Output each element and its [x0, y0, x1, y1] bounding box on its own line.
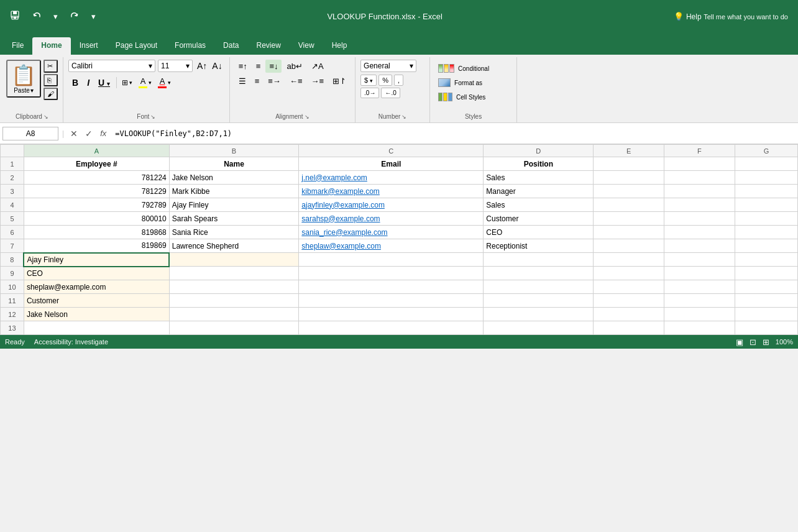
fill-color-button[interactable]: A ▾: [136, 75, 154, 89]
cell[interactable]: kibmark@example.com: [299, 185, 484, 198]
col-header-B[interactable]: B: [169, 145, 299, 157]
tab-view[interactable]: View: [290, 37, 323, 55]
col-header-G[interactable]: G: [735, 145, 797, 157]
cell[interactable]: [594, 253, 664, 267]
cell[interactable]: [664, 226, 735, 239]
tab-formulas[interactable]: Formulas: [166, 37, 214, 55]
cell[interactable]: [299, 294, 484, 308]
cell[interactable]: [664, 239, 735, 253]
number-format-dropdown[interactable]: General ▾: [360, 60, 416, 72]
cell[interactable]: [735, 321, 797, 335]
formula-confirm-button[interactable]: ✓: [83, 127, 95, 140]
cell[interactable]: j.nel@example.com: [299, 171, 484, 185]
cell[interactable]: [594, 226, 664, 239]
cell[interactable]: [299, 321, 484, 335]
cell[interactable]: Sarah Spears: [169, 212, 299, 226]
cell-reference-box[interactable]: [2, 127, 58, 140]
cell[interactable]: [169, 253, 299, 267]
cell[interactable]: [594, 157, 664, 171]
cell[interactable]: 819869: [24, 239, 169, 253]
cell[interactable]: [594, 212, 664, 226]
normal-view-button[interactable]: ▣: [736, 337, 743, 347]
cell[interactable]: [594, 185, 664, 198]
cell[interactable]: [735, 226, 797, 239]
cell[interactable]: [484, 321, 594, 335]
tab-page-layout[interactable]: Page Layout: [107, 37, 166, 55]
percent-button[interactable]: %: [378, 75, 392, 86]
page-layout-view-button[interactable]: ⊡: [750, 337, 756, 347]
cell[interactable]: [299, 308, 484, 321]
cell[interactable]: 800010: [24, 212, 169, 226]
cell[interactable]: [169, 308, 299, 321]
cell[interactable]: [664, 157, 735, 171]
cell[interactable]: Customer: [24, 294, 169, 308]
tab-review[interactable]: Review: [247, 37, 289, 55]
cell[interactable]: [664, 294, 735, 308]
cell[interactable]: [594, 239, 664, 253]
cell[interactable]: Sales: [484, 171, 594, 185]
cell[interactable]: sheplaw@example.com: [299, 239, 484, 253]
cell[interactable]: [169, 267, 299, 280]
conditional-formatting-button[interactable]: Conditional: [435, 62, 511, 75]
font-color-button[interactable]: A ▾: [155, 75, 173, 89]
page-break-view-button[interactable]: ⊞: [763, 337, 769, 347]
italic-button[interactable]: I: [83, 76, 93, 89]
font-size-dropdown[interactable]: 11 ▾: [158, 60, 193, 72]
borders-button[interactable]: ⊞ ▾: [119, 77, 135, 88]
cell[interactable]: [664, 321, 735, 335]
cell[interactable]: Jake Nelson: [24, 308, 169, 321]
cell[interactable]: Customer: [484, 212, 594, 226]
cell[interactable]: [484, 294, 594, 308]
cell[interactable]: 781224: [24, 171, 169, 185]
cell[interactable]: sarahsp@example.com: [299, 212, 484, 226]
cell[interactable]: [735, 171, 797, 185]
cell[interactable]: [735, 253, 797, 267]
cell[interactable]: [594, 294, 664, 308]
cell[interactable]: [735, 157, 797, 171]
cell[interactable]: Name: [169, 157, 299, 171]
cell[interactable]: [24, 321, 169, 335]
cell[interactable]: sheplaw@example.com: [24, 280, 169, 294]
align-top-button[interactable]: ≡↑: [235, 60, 251, 73]
cell[interactable]: Lawrence Shepherd: [169, 239, 299, 253]
cell[interactable]: Email: [299, 157, 484, 171]
cell[interactable]: [484, 253, 594, 267]
cell[interactable]: 792789: [24, 198, 169, 212]
cell[interactable]: [735, 212, 797, 226]
cell[interactable]: Ajay Finley: [24, 253, 169, 267]
alignment-expand-button[interactable]: ↘: [305, 114, 310, 120]
cell[interactable]: [664, 308, 735, 321]
col-header-A[interactable]: A: [24, 145, 169, 157]
cell[interactable]: 781229: [24, 185, 169, 198]
tab-insert[interactable]: Insert: [71, 37, 107, 55]
increase-font-size-button[interactable]: A↑: [195, 61, 209, 71]
cell[interactable]: [735, 267, 797, 280]
tab-data[interactable]: Data: [214, 37, 247, 55]
cell[interactable]: [169, 321, 299, 335]
tab-home[interactable]: Home: [32, 37, 70, 55]
formula-cancel-button[interactable]: ✕: [68, 127, 80, 140]
col-header-C[interactable]: C: [299, 145, 484, 157]
orientation-button[interactable]: ↗A: [308, 60, 328, 73]
copy-button[interactable]: ⎘: [44, 74, 58, 86]
cell[interactable]: [594, 198, 664, 212]
redo-button[interactable]: [66, 9, 83, 24]
cell[interactable]: [169, 294, 299, 308]
wrap-text-button[interactable]: ab↵: [283, 60, 306, 73]
underline-button[interactable]: U ▾: [94, 76, 114, 89]
cell[interactable]: Receptionist: [484, 239, 594, 253]
undo-dropdown-button[interactable]: ▾: [50, 9, 62, 24]
align-center-button[interactable]: ≡: [251, 75, 264, 88]
bold-button[interactable]: B: [68, 76, 82, 89]
font-name-dropdown[interactable]: Calibri ▾: [68, 60, 155, 72]
cell[interactable]: ajayfinley@example.com: [299, 198, 484, 212]
cell[interactable]: [735, 308, 797, 321]
cell[interactable]: CEO: [484, 226, 594, 239]
decrease-indent-button[interactable]: ←≡: [286, 75, 306, 88]
cell[interactable]: Position: [484, 157, 594, 171]
cell[interactable]: 819868: [24, 226, 169, 239]
cell[interactable]: [735, 239, 797, 253]
cell[interactable]: Manager: [484, 185, 594, 198]
cell[interactable]: sania_rice@example.com: [299, 226, 484, 239]
cell[interactable]: [299, 253, 484, 267]
